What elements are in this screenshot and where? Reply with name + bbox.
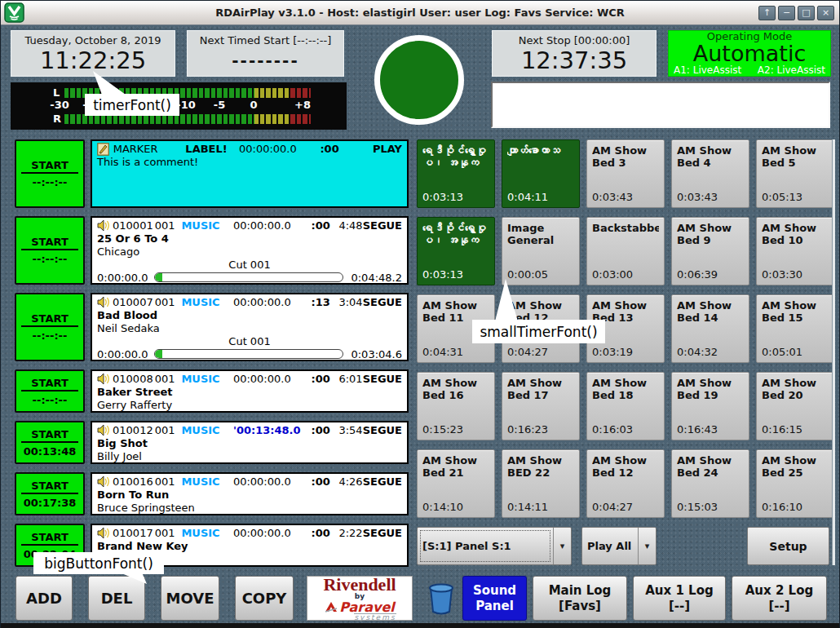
sound-panel-button[interactable]: AM Show Bed 3 0:03:43	[586, 139, 665, 208]
talk-time: :13	[302, 296, 329, 308]
panel-select-dropdown[interactable]: [S:1] Panel S:1 ▾	[417, 527, 572, 565]
start-button[interactable]: START --:--:--	[15, 293, 85, 361]
start-button[interactable]: START --:--:--	[15, 216, 85, 285]
sound-panel-button[interactable]: AM Show Bed 25 0:16:10	[756, 449, 834, 518]
title-line: Big Shot	[97, 437, 402, 450]
sound-panel-button-label: AM Show Bed 5	[762, 144, 829, 169]
sound-panel-button[interactable]: AM Show Bed 18 0:16:03	[586, 372, 665, 440]
annotation-small-timer-font: smallTimerFont()	[472, 320, 605, 343]
next-stop: Next Stop [00:00:00] 12:37:35	[492, 30, 657, 77]
titlebar: RDAirPlay v3.1.0 - Host: elastigirl User…	[1, 1, 839, 25]
next-timed-start: Next Timed Start [--:--:--] --------	[187, 30, 344, 77]
transition-type: PLAY	[373, 143, 402, 155]
sound-panel-button[interactable]: AM Show Bed 5 0:05:13	[756, 139, 834, 208]
artist-line: Neil Sedaka	[97, 322, 402, 335]
sound-panel-button[interactable]: Image General 0:00:05	[502, 217, 580, 285]
log-entry[interactable]: 010007 001 MUSIC 00:00:00.0 :13 3:04 SEG…	[91, 293, 409, 361]
sound-panel-button[interactable]: AM Show Bed 24 0:15:03	[671, 449, 749, 518]
sound-panel-button[interactable]: AM Show Bed 15 0:05:01	[756, 294, 834, 363]
title-line: Born To Run	[97, 489, 402, 502]
shade-button[interactable]: ↑	[758, 6, 776, 20]
maximize-button[interactable]: □	[798, 6, 815, 20]
sound-panel-button[interactable]: AM Show Bed 14 0:04:32	[671, 294, 749, 363]
sound-panel-button[interactable]: AM Show Bed 10 0:03:30	[756, 217, 834, 285]
start-button[interactable]: START 00:13:48	[15, 421, 85, 464]
cart-number: 010017	[113, 527, 155, 539]
sound-panel-button[interactable]: AM Show Bed 9 0:06:39	[671, 217, 749, 285]
sound-panel-button[interactable]: AM Show BED 22 0:14:11	[502, 449, 580, 518]
setup-button[interactable]: Setup	[747, 527, 829, 565]
log-entry[interactable]: 010008 001 MUSIC 00:00:00.0 :00 6:01 SEG…	[91, 369, 409, 413]
sound-panel-button[interactable]: AM Show Bed 21 0:14:10	[417, 449, 495, 518]
start-button[interactable]: START --:--:--	[15, 369, 85, 413]
copy-button[interactable]: COPY	[235, 576, 294, 621]
speaker-icon	[97, 475, 113, 488]
start-time: 00:17:38	[24, 497, 77, 509]
sound-panel-button-label: AM Show Bed 18	[592, 377, 659, 401]
close-button[interactable]: ×	[817, 6, 834, 20]
sound-panel-button-label: ဟာျဟ်ခောကာသ	[507, 144, 574, 157]
sound-panel-button-time: 0:03:19	[592, 346, 659, 358]
log-entry[interactable]: MARKER LABEL! 00:00:00.0 :00 PLAY This i…	[91, 139, 409, 208]
sound-panel-button-label: AM Show Bed 14	[677, 299, 744, 324]
delete-button[interactable]: DEL	[88, 576, 145, 621]
sound-panel-button-label: AM Show Bed 24	[677, 454, 744, 479]
operating-mode-button[interactable]: Operating Mode Automatic A1: LiveAssist …	[668, 30, 831, 77]
paravel-triangle-icon	[325, 601, 338, 613]
sound-panel-tab[interactable]: Sound Panel	[462, 576, 527, 621]
sound-panel-button-time: 0:03:43	[592, 191, 659, 203]
sound-panel-button-time: 0:04:11	[507, 191, 574, 203]
rivendell-app-icon	[4, 2, 24, 23]
log-entry[interactable]: 010001 001 MUSIC 00:00:00.0 :00 4:48 SEG…	[91, 216, 409, 285]
talk-time: :00	[302, 219, 329, 232]
group-label: MUSIC	[181, 296, 233, 308]
sound-panel-button[interactable]: ရေဒီဝိုင်ရွှေ့ဝှုပ၊ အနုကမခွေ 0:03:13	[417, 217, 495, 285]
sound-panel-button[interactable]: AM Show Bed 12 0:04:27	[586, 449, 665, 518]
sound-panel-button[interactable]: AM Show Bed 19 0:16:43	[671, 372, 749, 440]
sound-panel-scrollbar[interactable]	[832, 139, 835, 565]
aux1-log-tab[interactable]: Aux 1 Log [--]	[633, 576, 726, 621]
start-time-field: '00:13:48.0	[233, 424, 302, 436]
cut-number: 001	[155, 527, 182, 539]
cart-number: 010008	[113, 373, 155, 385]
cart-number: 010012	[113, 424, 155, 436]
log-entry[interactable]: 010012 001 MUSIC '00:13:48.0 :00 3:54 SE…	[91, 421, 409, 464]
sound-panel-button-label: AM Show Bed 9	[677, 222, 744, 246]
sound-panel-button-time: 0:05:01	[762, 346, 829, 358]
sound-panel-button[interactable]: ရေဒီဝိုင်ရွှေ့ဝှုပ၊ အနုကမခွေ 0:03:13	[417, 139, 495, 208]
sound-panel-button-time: 0:04:32	[677, 346, 744, 358]
cut-number: 001	[155, 296, 182, 308]
aux1-mode: A1: LiveAssist	[674, 64, 741, 76]
log-row: START --:--:--	[15, 369, 409, 413]
move-button[interactable]: MOVE	[161, 576, 219, 621]
start-time: --:--:--	[33, 253, 68, 265]
sound-panel-button-label: Image General	[507, 222, 574, 246]
log-entry[interactable]: 010016 001 MUSIC 00:00:00.0 :00 4:26 SEG…	[91, 472, 409, 515]
sound-panel-button-time: 0:14:10	[422, 501, 489, 513]
sound-panel-button[interactable]: ဟာျဟ်ခောကာသ 0:04:11	[502, 139, 580, 208]
aux2-log-tab[interactable]: Aux 2 Log [--]	[732, 576, 827, 621]
sound-panel-button[interactable]: AM Show Bed 16 0:15:23	[417, 372, 495, 440]
add-button[interactable]: ADD	[15, 576, 73, 621]
sound-panel-button-time: 0:04:27	[507, 346, 574, 358]
start-button[interactable]: START --:--:--	[15, 139, 85, 208]
sound-panel-button[interactable]: AM Show Bed 20 0:16:15	[756, 372, 834, 440]
minimize-button[interactable]: −	[778, 6, 795, 20]
play-mode-dropdown[interactable]: Play All ▾	[581, 527, 657, 565]
sound-panel-button-time: 0:06:39	[677, 268, 744, 281]
cut-label: Cut 001	[97, 259, 402, 271]
cut-number: 001	[155, 219, 182, 232]
progress-fill	[155, 273, 162, 281]
sound-panel-button[interactable]: AM Show Bed 4 0:03:43	[671, 139, 749, 208]
sound-panel-button[interactable]: Backstabber 0:03:00	[586, 217, 665, 285]
sound-panel-button[interactable]: AM Show Bed 17 0:16:23	[502, 372, 580, 440]
length: 4:48	[330, 219, 363, 232]
group-label: MUSIC	[181, 373, 233, 385]
main-log-tab[interactable]: Main Log [Favs]	[533, 576, 627, 621]
trash-icon[interactable]	[427, 582, 455, 616]
sound-panel-button-label: AM Show Bed 3	[592, 144, 659, 169]
cut-number: 001	[155, 475, 182, 488]
start-button[interactable]: START 00:17:38	[15, 472, 85, 515]
sound-panel-button-time: 0:15:03	[677, 501, 744, 513]
sound-panel-button-label: AM Show Bed 16	[422, 377, 489, 401]
